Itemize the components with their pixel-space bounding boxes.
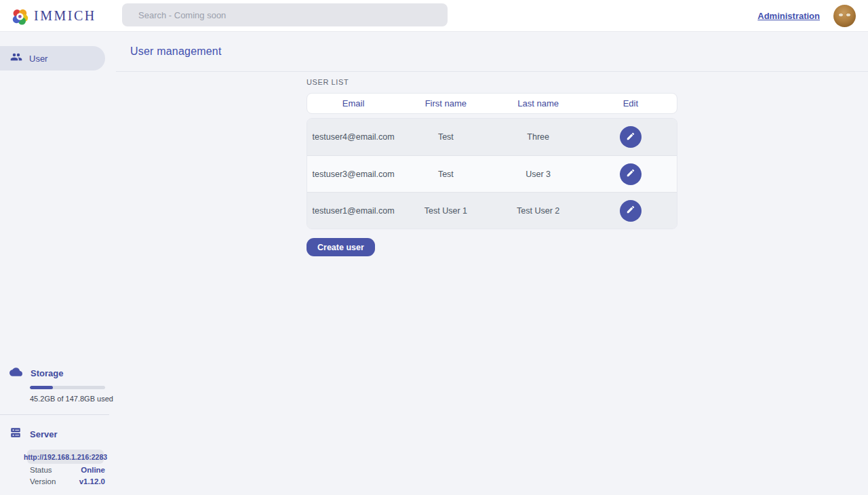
table-row: testuser4@email.com Test Three [307,119,677,155]
main-panel: User management USER LIST Email First na… [116,32,868,495]
server-status-row: Status Online [30,464,105,475]
server-url-link[interactable]: http://192.168.1.216:2283 [27,450,104,464]
users-icon [10,51,22,66]
sidebar-item-user-label: User [29,54,47,64]
server-icon [9,427,22,441]
server-title: Server [30,429,57,439]
storage-usage-text: 45.2GB of 147.8GB used [30,395,116,403]
cell-first-name: Test [399,132,492,142]
cell-first-name: Test User 1 [399,206,492,216]
cell-last-name: Three [492,132,585,142]
edit-user-button[interactable] [620,200,642,222]
immich-flower-icon [11,7,29,25]
cell-last-name: Test User 2 [492,206,585,216]
immich-logo[interactable]: IMMICH [0,7,111,25]
pencil-icon [626,168,635,180]
user-list-label: USER LIST [307,78,677,86]
storage-title: Storage [31,368,63,378]
cell-last-name: User 3 [492,170,585,179]
sidebar-item-user[interactable]: User [0,46,105,71]
sidebar-footer: Storage 45.2GB of 147.8GB used Server ht… [0,365,116,495]
user-table-header: Email First name Last name Edit [307,93,677,114]
cell-email: testuser1@email.com [307,206,399,216]
create-user-button[interactable]: Create user [307,238,375,256]
server-version-label: Version [30,477,56,486]
column-header-first-name: First name [399,98,492,108]
sidebar-divider [0,414,109,415]
server-version-value: v1.12.0 [79,477,105,486]
column-header-last-name: Last name [492,98,585,108]
server-status-label: Status [30,466,52,474]
top-bar: IMMICH Administration [0,0,868,32]
cell-first-name: Test [399,170,492,179]
cell-email: testuser3@email.com [307,170,399,179]
storage-progress-fill [30,386,53,389]
edit-user-button[interactable] [620,163,642,185]
server-status-value: Online [81,466,105,474]
pencil-icon [626,205,635,216]
cell-email: testuser4@email.com [307,132,399,142]
page-header: User management [116,32,868,72]
page-title: User management [130,45,222,58]
admin-sidebar: User Storage 45.2GB of 147.8GB used [0,32,116,495]
user-table-body: testuser4@email.com Test Three testuser3… [307,118,677,229]
column-header-edit: Edit [585,98,677,108]
brand-wordmark: IMMICH [34,8,96,24]
avatar-photo-glasses [837,12,852,18]
storage-progress-bar [30,386,105,389]
administration-link[interactable]: Administration [757,11,820,21]
server-version-row: Version v1.12.0 [30,475,105,487]
table-row: testuser3@email.com Test User 3 [307,155,677,192]
edit-user-button[interactable] [620,126,642,148]
pencil-icon [626,132,635,143]
column-header-email: Email [307,98,399,108]
table-row: testuser1@email.com Test User 1 Test Use… [307,192,677,229]
search-input[interactable] [122,3,448,26]
user-list-section: USER LIST Email First name Last name Edi… [307,78,677,256]
cloud-icon [9,365,22,381]
user-avatar[interactable] [833,5,856,27]
